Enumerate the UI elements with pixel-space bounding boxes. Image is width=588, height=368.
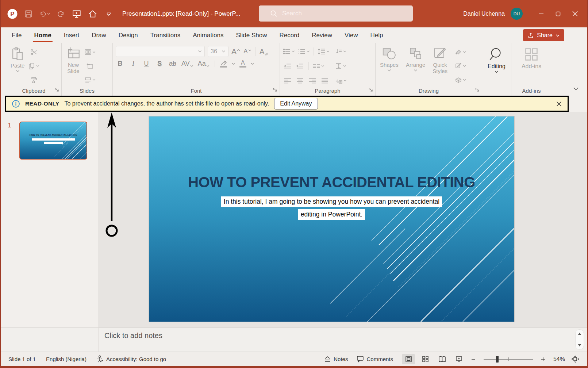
font-dialog-launcher-icon[interactable] [273, 87, 277, 93]
font-size-combo[interactable]: 36 [208, 46, 228, 57]
increase-indent-button[interactable] [295, 61, 305, 71]
paste-button[interactable]: Paste [9, 46, 26, 86]
slide-show-button[interactable] [452, 354, 465, 364]
increase-font-size-button[interactable]: A [231, 47, 240, 56]
normal-view-button[interactable] [402, 354, 415, 364]
maximize-button[interactable] [550, 0, 566, 27]
search-box[interactable] [259, 5, 413, 22]
bold-button[interactable]: B [116, 60, 124, 68]
italic-button[interactable]: I [129, 60, 138, 68]
slide-title[interactable]: HOW TO PREVENT ACCIDENTAL EDITING [149, 174, 514, 191]
chevron-down-icon[interactable] [232, 62, 235, 65]
align-right-button[interactable] [308, 76, 317, 85]
font-name-combo[interactable] [116, 46, 205, 57]
scroll-up-icon[interactable] [577, 332, 582, 336]
zoom-out-button[interactable] [469, 354, 478, 364]
zoom-in-button[interactable] [539, 354, 547, 364]
align-text-button[interactable] [335, 61, 347, 71]
tab-design[interactable]: Design [112, 27, 144, 43]
share-button[interactable]: Share [523, 29, 564, 41]
slide-subtitle[interactable]: In this tutorial, I am going to be showi… [149, 195, 514, 221]
tab-animations[interactable]: Animations [187, 27, 230, 43]
drawing-dialog-launcher-icon[interactable] [475, 87, 480, 93]
avatar[interactable]: DU [511, 8, 523, 20]
shape-fill-button[interactable] [455, 47, 466, 57]
chevron-down-icon[interactable] [251, 62, 254, 65]
quick-styles-button[interactable]: Quick Styles [431, 46, 449, 86]
tab-insert[interactable]: Insert [58, 27, 86, 43]
decrease-indent-button[interactable] [283, 61, 292, 71]
redo-icon[interactable] [55, 8, 66, 19]
tab-review[interactable]: Review [305, 27, 338, 43]
section-icon[interactable] [84, 75, 96, 85]
slide[interactable]: HOW TO PREVENT ACCIDENTAL EDITING In thi… [149, 116, 514, 322]
edit-anyway-button[interactable]: Edit Anyway [274, 98, 318, 110]
clear-formatting-button[interactable]: A [260, 47, 268, 56]
home-icon[interactable] [87, 8, 98, 19]
justify-button[interactable] [320, 76, 330, 85]
format-painter-icon[interactable] [28, 75, 39, 85]
language-indicator[interactable]: English (Nigeria) [46, 356, 87, 362]
copy-icon[interactable] [28, 61, 39, 71]
notes-scrollbar[interactable] [575, 329, 584, 350]
slide-layout-icon[interactable] [84, 47, 96, 57]
tab-view[interactable]: View [338, 27, 364, 43]
align-left-button[interactable] [283, 76, 292, 85]
shape-outline-button[interactable] [455, 61, 466, 71]
numbering-button[interactable] [298, 47, 310, 56]
scroll-down-icon[interactable] [577, 344, 582, 347]
text-direction-button[interactable] [335, 47, 347, 56]
line-spacing-button[interactable] [318, 47, 330, 56]
notes-toggle-button[interactable]: Notes [324, 356, 348, 363]
tab-draw[interactable]: Draw [85, 27, 112, 43]
bullets-button[interactable] [283, 47, 295, 56]
slide-sorter-view-button[interactable] [419, 354, 432, 364]
paragraph-dialog-launcher-icon[interactable] [369, 87, 373, 93]
change-case-button[interactable]: Aa [198, 60, 210, 68]
align-center-button[interactable] [295, 76, 305, 85]
font-color-button[interactable]: A [239, 60, 246, 68]
comments-button[interactable]: Comments [357, 356, 393, 363]
notes-placeholder[interactable]: Click to add notes [104, 331, 162, 340]
tab-record[interactable]: Record [273, 27, 305, 43]
customize-toolbar-icon[interactable] [103, 8, 114, 19]
arrange-button[interactable]: Arrange [404, 46, 427, 86]
editing-button[interactable]: Editing [486, 46, 507, 86]
underline-button[interactable]: U [142, 60, 151, 68]
start-slideshow-icon[interactable] [71, 8, 82, 19]
tab-transitions[interactable]: Transitions [144, 27, 187, 43]
tab-home[interactable]: Home [28, 27, 57, 43]
character-spacing-button[interactable]: AV [181, 60, 193, 68]
new-slide-button[interactable]: New Slide [65, 46, 82, 86]
close-button[interactable] [566, 0, 583, 27]
minimize-button[interactable] [533, 0, 550, 27]
zoom-slider[interactable] [484, 359, 533, 360]
collapse-ribbon-icon[interactable] [573, 85, 579, 92]
tab-slide-show[interactable]: Slide Show [230, 27, 273, 43]
text-shadow-button[interactable]: S [155, 60, 164, 68]
fit-to-window-icon[interactable] [569, 354, 582, 364]
user-name[interactable]: Daniel Uchenna [463, 11, 505, 17]
clipboard-dialog-launcher-icon[interactable] [55, 87, 59, 93]
zoom-level[interactable]: 54% [551, 356, 565, 363]
shape-effects-button[interactable] [455, 75, 466, 85]
save-icon[interactable] [23, 8, 34, 19]
reading-view-button[interactable] [435, 354, 449, 364]
reset-slide-icon[interactable] [84, 61, 96, 71]
cut-icon[interactable] [28, 47, 39, 57]
slide-thumbnail[interactable]: HOW TO PREVENT ACCIDENTAL EDITING [19, 122, 87, 160]
decrease-font-size-button[interactable]: A [243, 48, 252, 55]
highlight-color-button[interactable] [220, 60, 227, 68]
convert-to-smartart-button[interactable] [335, 76, 347, 85]
accessibility-status[interactable]: Accessibility: Good to go [97, 355, 166, 363]
addins-button[interactable]: Add-ins [520, 46, 543, 86]
tab-file[interactable]: File [5, 27, 28, 43]
strikethrough-button[interactable]: ab [168, 60, 177, 68]
readonly-message-link[interactable]: To prevent accidental changes, the autho… [64, 100, 269, 107]
banner-close-icon[interactable] [556, 101, 562, 107]
columns-button[interactable] [312, 61, 324, 71]
undo-icon[interactable] [39, 8, 50, 19]
search-input[interactable] [282, 10, 392, 17]
powerpoint-logo-icon[interactable]: P [7, 8, 18, 19]
zoom-slider-handle[interactable] [496, 356, 499, 363]
